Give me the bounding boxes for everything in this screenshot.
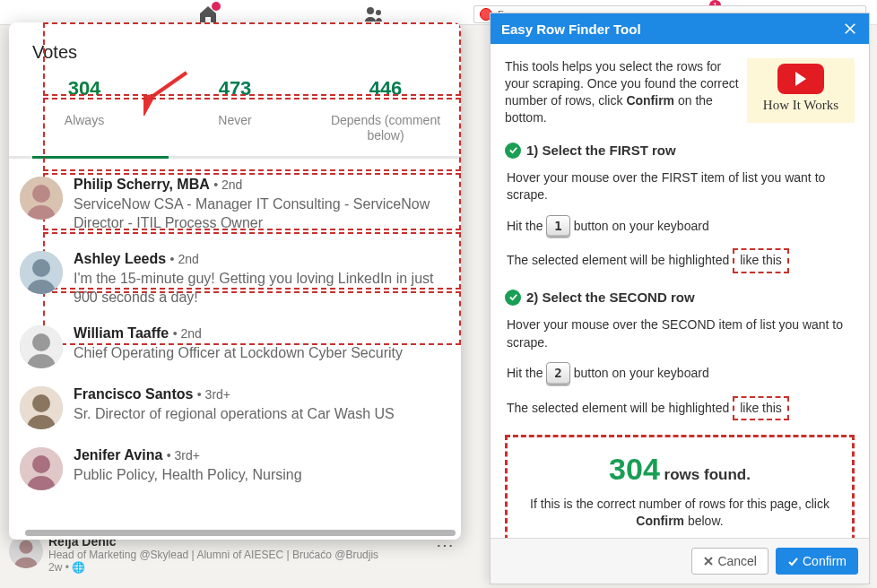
close-icon[interactable] — [842, 21, 858, 37]
result-box: 304 rows found. If this is the correct n… — [505, 435, 855, 549]
avatar[interactable] — [20, 325, 63, 368]
list-item[interactable]: Ashley Leeds • 2nd I'm the 15-minute guy… — [9, 242, 461, 316]
vote-tabs: 304 Always 473 Never 446 Depends (commen… — [9, 72, 461, 156]
svg-point-1 — [376, 10, 381, 15]
connection-degree: • 3rd+ — [167, 448, 200, 463]
result-instruction: If this is the correct number of rows fo… — [520, 496, 839, 530]
tab-depends[interactable]: 446 Depends (comment below) — [310, 72, 461, 156]
connection-degree: • 2nd — [173, 326, 202, 341]
svg-point-0 — [367, 7, 374, 14]
scrollbar-thumb[interactable] — [25, 530, 456, 536]
person-headline: Public Policy, Health Policy, Nursing — [74, 465, 302, 485]
keycap-2: 2 — [546, 362, 569, 385]
close-icon — [703, 556, 714, 566]
feed-headline: Head of Marketing @Skylead | Alumni of A… — [48, 549, 378, 561]
intro-text: This tools helps you select the rows for… — [505, 58, 747, 126]
panel-footer: Cancel Confirm — [491, 538, 869, 584]
step1-title: 1) Select the FIRST row — [526, 143, 676, 158]
person-name: Francisco Santos — [74, 386, 193, 402]
check-icon — [505, 143, 521, 159]
rows-found-label: rows found. — [660, 466, 751, 483]
avatar[interactable] — [20, 177, 63, 220]
svg-point-8 — [32, 259, 50, 277]
cancel-button[interactable]: Cancel — [691, 548, 768, 575]
list-item[interactable]: William Taaffe • 2nd Chief Operating Off… — [9, 316, 461, 377]
home-icon[interactable] — [197, 4, 219, 23]
person-headline: I'm the 15-minute guy! Getting you lovin… — [74, 269, 447, 307]
person-name: Philip Scherry, MBA — [74, 177, 210, 192]
person-name: Ashley Leeds — [74, 251, 166, 266]
person-headline: Sr. Director of regional operations at C… — [74, 404, 395, 424]
connection-degree: • 3rd+ — [197, 387, 230, 402]
rows-found-count: 304 — [609, 452, 660, 486]
notification-dot — [212, 2, 221, 11]
voters-list: Philip Scherry, MBA • 2nd ServiceNow CSA… — [9, 159, 461, 499]
row-finder-panel: Easy Row Finder Tool This tools helps yo… — [490, 13, 870, 584]
list-item[interactable]: Francisco Santos • 3rd+ Sr. Director of … — [9, 377, 461, 438]
list-item[interactable]: Philip Scherry, MBA • 2nd ServiceNow CSA… — [9, 168, 461, 242]
connection-degree: • 2nd — [213, 177, 242, 192]
network-icon[interactable] — [363, 4, 385, 23]
horizontal-scrollbar[interactable] — [25, 530, 452, 536]
panel-title: Easy Row Finder Tool — [501, 22, 641, 37]
svg-point-3 — [19, 540, 32, 554]
annotation-arrow — [143, 62, 197, 116]
tab-underline — [9, 156, 461, 159]
person-name: Jenifer Avina — [74, 447, 162, 463]
svg-point-14 — [32, 455, 50, 473]
step1-hover: Hover your mouse over the FIRST item of … — [507, 169, 855, 204]
list-item[interactable]: Jenifer Avina • 3rd+ Public Policy, Heal… — [9, 438, 461, 499]
connection-degree: • 2nd — [170, 252, 199, 266]
avatar[interactable] — [20, 251, 63, 294]
svg-point-12 — [32, 394, 50, 412]
svg-line-4 — [151, 73, 187, 98]
step1-key-instruction: Hit the 1 button on your keyboard — [507, 215, 855, 238]
avatar[interactable] — [20, 447, 63, 490]
keycap-1: 1 — [546, 215, 569, 238]
person-headline: Chief Operating Officer at Lockdown Cybe… — [74, 343, 403, 363]
person-name: William Taaffe — [74, 325, 169, 341]
svg-point-10 — [32, 333, 50, 351]
votes-modal: Votes 304 Always 473 Never 446 Depends (… — [9, 22, 461, 540]
tab-always[interactable]: 304 Always — [9, 72, 160, 156]
step1-highlight-note: The selected element will be highlighted… — [507, 248, 855, 273]
votes-title: Votes — [9, 22, 461, 72]
confirm-button[interactable]: Confirm — [776, 548, 858, 575]
play-icon — [777, 64, 824, 94]
check-icon — [787, 556, 799, 567]
svg-point-6 — [32, 185, 50, 203]
how-it-works-video[interactable]: How It Works — [747, 58, 855, 123]
highlight-example: like this — [733, 248, 789, 273]
step2-hover: Hover your mouse over the SECOND item of… — [507, 316, 855, 351]
panel-header: Easy Row Finder Tool — [491, 13, 869, 44]
highlight-example: like this — [733, 396, 789, 421]
step2-title: 2) Select the SECOND row — [526, 290, 695, 305]
check-icon — [505, 290, 521, 306]
avatar[interactable] — [20, 386, 63, 429]
feed-timestamp: 2w • 🌐 — [48, 561, 378, 574]
step2-highlight-note: The selected element will be highlighted… — [507, 396, 855, 421]
person-headline: ServiceNow CSA - Manager IT Consulting -… — [74, 195, 447, 233]
step2-key-instruction: Hit the 2 button on your keyboard — [507, 362, 855, 385]
